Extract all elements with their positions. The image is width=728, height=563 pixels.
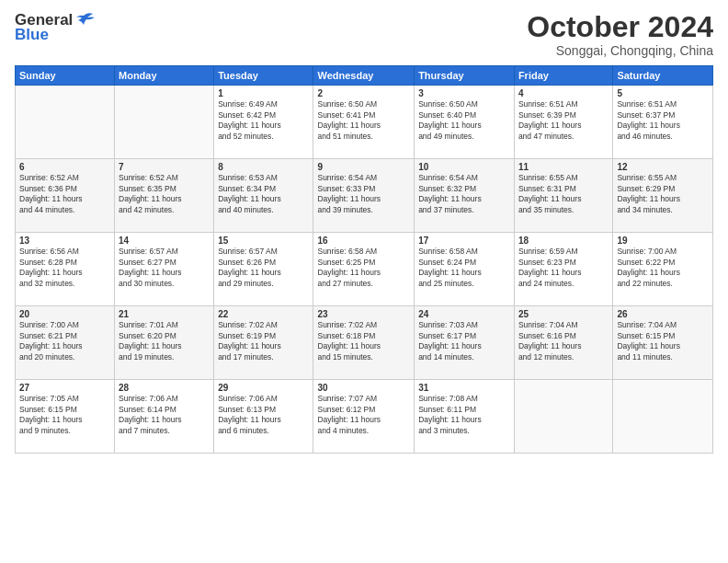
- weekday-header-wednesday: Wednesday: [313, 66, 415, 86]
- day-cell: 24Sunrise: 7:03 AMSunset: 6:17 PMDayligh…: [415, 306, 515, 380]
- day-number: 15: [218, 236, 309, 246]
- day-cell: 25Sunrise: 7:04 AMSunset: 6:16 PMDayligh…: [514, 306, 612, 380]
- logo-blue: Blue: [15, 26, 49, 44]
- day-number: 14: [119, 236, 210, 246]
- day-cell: 13Sunrise: 6:56 AMSunset: 6:28 PMDayligh…: [16, 233, 115, 306]
- day-cell: 30Sunrise: 7:07 AMSunset: 6:12 PMDayligh…: [313, 380, 415, 454]
- day-number: 28: [119, 383, 210, 393]
- day-number: 26: [617, 309, 709, 319]
- day-cell: [16, 86, 115, 159]
- day-cell: [514, 380, 612, 454]
- day-number: 7: [119, 162, 210, 172]
- calendar-table: SundayMondayTuesdayWednesdayThursdayFrid…: [15, 65, 713, 454]
- day-info: Sunrise: 6:51 AMSunset: 6:39 PMDaylight:…: [518, 99, 609, 142]
- day-number: 5: [617, 88, 709, 98]
- day-info: Sunrise: 6:54 AMSunset: 6:32 PMDaylight:…: [418, 173, 510, 215]
- day-cell: 14Sunrise: 6:57 AMSunset: 6:27 PMDayligh…: [115, 233, 214, 306]
- day-number: 2: [317, 88, 410, 98]
- day-info: Sunrise: 7:00 AMSunset: 6:21 PMDaylight:…: [19, 320, 110, 362]
- day-cell: [613, 380, 713, 454]
- day-cell: 10Sunrise: 6:54 AMSunset: 6:32 PMDayligh…: [415, 159, 515, 233]
- weekday-header-saturday: Saturday: [613, 66, 713, 86]
- weekday-header-tuesday: Tuesday: [214, 66, 313, 86]
- location: Songgai, Chongqing, China: [527, 43, 713, 58]
- day-cell: 21Sunrise: 7:01 AMSunset: 6:20 PMDayligh…: [115, 306, 214, 380]
- month-title: October 2024: [527, 11, 713, 43]
- day-info: Sunrise: 6:50 AMSunset: 6:40 PMDaylight:…: [418, 99, 510, 142]
- day-info: Sunrise: 6:59 AMSunset: 6:23 PMDaylight:…: [518, 247, 609, 289]
- day-cell: 20Sunrise: 7:00 AMSunset: 6:21 PMDayligh…: [16, 306, 115, 380]
- day-cell: 9Sunrise: 6:54 AMSunset: 6:33 PMDaylight…: [313, 159, 415, 233]
- day-number: 19: [617, 236, 709, 246]
- day-number: 25: [518, 309, 609, 319]
- weekday-header-sunday: Sunday: [16, 66, 115, 86]
- day-cell: 6Sunrise: 6:52 AMSunset: 6:36 PMDaylight…: [16, 159, 115, 233]
- day-number: 31: [418, 383, 510, 393]
- day-cell: 28Sunrise: 7:06 AMSunset: 6:14 PMDayligh…: [115, 380, 214, 454]
- day-info: Sunrise: 7:06 AMSunset: 6:14 PMDaylight:…: [119, 394, 210, 436]
- day-cell: [115, 86, 214, 159]
- day-info: Sunrise: 7:07 AMSunset: 6:12 PMDaylight:…: [317, 394, 410, 436]
- week-row-3: 13Sunrise: 6:56 AMSunset: 6:28 PMDayligh…: [16, 233, 713, 306]
- day-cell: 4Sunrise: 6:51 AMSunset: 6:39 PMDaylight…: [514, 86, 612, 159]
- week-row-4: 20Sunrise: 7:00 AMSunset: 6:21 PMDayligh…: [16, 306, 713, 380]
- day-number: 12: [617, 162, 709, 172]
- day-cell: 29Sunrise: 7:06 AMSunset: 6:13 PMDayligh…: [214, 380, 313, 454]
- day-number: 23: [317, 309, 410, 319]
- day-number: 22: [218, 309, 309, 319]
- day-info: Sunrise: 7:02 AMSunset: 6:18 PMDaylight:…: [317, 320, 410, 362]
- day-number: 4: [518, 88, 609, 98]
- day-info: Sunrise: 6:52 AMSunset: 6:35 PMDaylight:…: [119, 173, 210, 215]
- day-cell: 31Sunrise: 7:08 AMSunset: 6:11 PMDayligh…: [415, 380, 515, 454]
- day-cell: 7Sunrise: 6:52 AMSunset: 6:35 PMDaylight…: [115, 159, 214, 233]
- logo-bird-icon: [74, 12, 95, 29]
- weekday-header-row: SundayMondayTuesdayWednesdayThursdayFrid…: [16, 66, 713, 86]
- day-info: Sunrise: 6:53 AMSunset: 6:34 PMDaylight:…: [218, 173, 309, 215]
- day-number: 20: [19, 309, 110, 319]
- day-cell: 18Sunrise: 6:59 AMSunset: 6:23 PMDayligh…: [514, 233, 612, 306]
- weekday-header-friday: Friday: [514, 66, 612, 86]
- day-number: 1: [218, 88, 309, 98]
- day-info: Sunrise: 6:50 AMSunset: 6:41 PMDaylight:…: [317, 99, 410, 142]
- weekday-header-thursday: Thursday: [415, 66, 515, 86]
- day-info: Sunrise: 7:01 AMSunset: 6:20 PMDaylight:…: [119, 320, 210, 362]
- day-info: Sunrise: 6:56 AMSunset: 6:28 PMDaylight:…: [19, 247, 110, 289]
- day-cell: 23Sunrise: 7:02 AMSunset: 6:18 PMDayligh…: [313, 306, 415, 380]
- day-number: 10: [418, 162, 510, 172]
- day-cell: 19Sunrise: 7:00 AMSunset: 6:22 PMDayligh…: [613, 233, 713, 306]
- day-number: 17: [418, 236, 510, 246]
- day-cell: 27Sunrise: 7:05 AMSunset: 6:15 PMDayligh…: [16, 380, 115, 454]
- day-number: 16: [317, 236, 410, 246]
- day-info: Sunrise: 6:58 AMSunset: 6:25 PMDaylight:…: [317, 247, 410, 289]
- day-number: 21: [119, 309, 210, 319]
- day-cell: 12Sunrise: 6:55 AMSunset: 6:29 PMDayligh…: [613, 159, 713, 233]
- day-info: Sunrise: 7:08 AMSunset: 6:11 PMDaylight:…: [418, 394, 510, 436]
- day-cell: 5Sunrise: 6:51 AMSunset: 6:37 PMDaylight…: [613, 86, 713, 159]
- day-cell: 8Sunrise: 6:53 AMSunset: 6:34 PMDaylight…: [214, 159, 313, 233]
- day-cell: 3Sunrise: 6:50 AMSunset: 6:40 PMDaylight…: [415, 86, 515, 159]
- day-number: 24: [418, 309, 510, 319]
- day-number: 9: [317, 162, 410, 172]
- day-number: 11: [518, 162, 609, 172]
- day-info: Sunrise: 7:03 AMSunset: 6:17 PMDaylight:…: [418, 320, 510, 362]
- day-number: 30: [317, 383, 410, 393]
- day-info: Sunrise: 6:52 AMSunset: 6:36 PMDaylight:…: [19, 173, 110, 215]
- day-info: Sunrise: 6:57 AMSunset: 6:27 PMDaylight:…: [119, 247, 210, 289]
- day-info: Sunrise: 7:00 AMSunset: 6:22 PMDaylight:…: [617, 247, 709, 289]
- day-info: Sunrise: 7:06 AMSunset: 6:13 PMDaylight:…: [218, 394, 309, 436]
- day-number: 27: [19, 383, 110, 393]
- calendar-page: General Blue October 2024 Songgai, Chong…: [0, 0, 728, 563]
- day-info: Sunrise: 6:51 AMSunset: 6:37 PMDaylight:…: [617, 99, 709, 142]
- day-info: Sunrise: 6:49 AMSunset: 6:42 PMDaylight:…: [218, 99, 309, 142]
- day-number: 8: [218, 162, 309, 172]
- day-number: 13: [19, 236, 110, 246]
- day-cell: 22Sunrise: 7:02 AMSunset: 6:19 PMDayligh…: [214, 306, 313, 380]
- week-row-1: 1Sunrise: 6:49 AMSunset: 6:42 PMDaylight…: [16, 86, 713, 159]
- header: General Blue October 2024 Songgai, Chong…: [15, 11, 713, 58]
- day-info: Sunrise: 6:58 AMSunset: 6:24 PMDaylight:…: [418, 247, 510, 289]
- day-info: Sunrise: 7:05 AMSunset: 6:15 PMDaylight:…: [19, 394, 110, 436]
- title-section: October 2024 Songgai, Chongqing, China: [527, 11, 713, 58]
- day-info: Sunrise: 6:54 AMSunset: 6:33 PMDaylight:…: [317, 173, 410, 215]
- day-cell: 17Sunrise: 6:58 AMSunset: 6:24 PMDayligh…: [415, 233, 515, 306]
- day-cell: 15Sunrise: 6:57 AMSunset: 6:26 PMDayligh…: [214, 233, 313, 306]
